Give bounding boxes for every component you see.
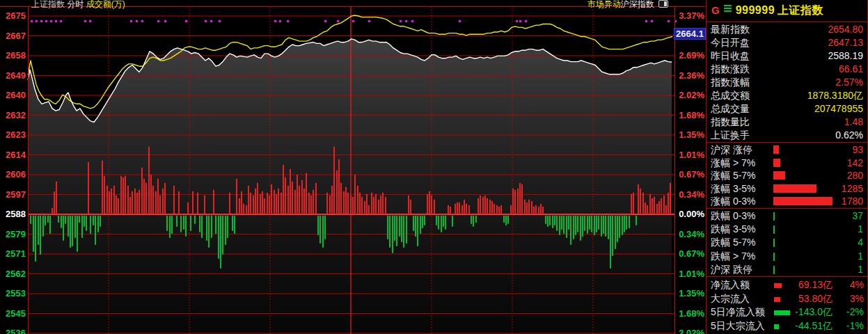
count-bar — [773, 253, 775, 261]
stat-label: 总成交量 — [711, 103, 750, 114]
percent-tick-label: 0.34% — [677, 190, 704, 200]
updown-label: 跌幅 0-3% — [711, 210, 756, 221]
flow-label: 5日净流入额 — [711, 306, 765, 317]
price-tick-label: 2667 — [0, 31, 26, 41]
g-flag: G — [711, 4, 720, 16]
percent-tick-label: 0.67% — [677, 249, 704, 259]
stat-value: 2654.80 — [828, 23, 863, 36]
flow-amount: 69.13亿 — [798, 278, 833, 292]
count-bar — [773, 266, 775, 274]
price-tick-label: 2579 — [0, 230, 26, 239]
flow-amount: -44.51亿 — [795, 319, 833, 333]
stat-label: 总成交额 — [711, 90, 750, 101]
price-tick-label: 2597 — [0, 190, 26, 200]
index-title: 上证指数 — [778, 4, 823, 16]
market-move-label[interactable]: 市场异动 — [587, 0, 621, 9]
updown-label: 沪深 跌停 — [711, 264, 752, 275]
panel-window-icon[interactable] — [658, 0, 668, 8]
panel-row: 沪深 涨停93 — [707, 143, 867, 157]
percent-tick-label: 0.34% — [677, 230, 704, 239]
flow-percent: 3% — [850, 292, 864, 306]
count-bar — [773, 239, 775, 247]
panel-row: 涨幅 0-3%1780 — [707, 195, 867, 208]
percent-tick-label: 1.35% — [677, 289, 704, 299]
price-tick-label: 2675 — [0, 11, 26, 21]
index-code: 999999 — [736, 4, 775, 16]
count-bar — [773, 171, 785, 180]
stat-label: 指数涨跌 — [711, 63, 750, 74]
trading-app: { "title_bar": { "index_name": "上证指数", "… — [0, 0, 868, 334]
intraday-chart[interactable] — [0, 0, 705, 334]
flow-percent: -1% — [846, 319, 864, 333]
count-value: 37 — [852, 209, 863, 223]
panel-row: 跌幅 5-7%4 — [707, 236, 867, 249]
updown-label: 涨幅 5-7% — [711, 170, 756, 181]
flow-label: 5日大宗流入 — [711, 320, 765, 331]
percent-tick-label: 2.36% — [677, 71, 704, 81]
stat-label: 上证换手 — [711, 129, 750, 141]
money-flow-section: 净流入额69.13亿4%大宗流入53.80亿3%5日净流入额-143.0亿-2%… — [707, 278, 867, 333]
flow-bar — [774, 297, 780, 302]
updown-label: 涨幅 3-5% — [711, 183, 756, 194]
price-tick-label: 2658 — [0, 51, 26, 61]
index-name-label: 上证指数 — [31, 0, 65, 9]
price-tick-label: 2632 — [0, 111, 26, 120]
stat-label: 最新指数 — [711, 24, 750, 35]
percent-tick-label: 0.00% — [677, 209, 704, 219]
count-value: 1 — [858, 223, 863, 236]
quote-stats-section: 最新指数2654.80今日开盘2647.13昨日收盘2588.19指数涨跌66.… — [707, 23, 867, 142]
count-value: 1 — [858, 250, 863, 263]
flow-amount: -143.0亿 — [795, 305, 833, 319]
flow-bar — [774, 310, 790, 315]
stat-value: 1878.3180亿 — [807, 89, 863, 102]
chart-title-bar: 上证指数 分时 成交额(万) 市场异动沪深指数 — [0, 0, 705, 7]
stat-value: 2.57% — [835, 76, 863, 89]
flow-amount: 53.80亿 — [798, 292, 833, 306]
panel-row: 涨幅 3-5%1285 — [707, 182, 867, 196]
flow-label: 大宗流入 — [711, 293, 750, 304]
percent-tick-label: 1.01% — [677, 150, 704, 160]
count-bar — [773, 212, 775, 221]
price-tick-label: 2536 — [0, 328, 26, 334]
advancers-section: 沪深 涨停93涨幅 > 7%142涨幅 5-7%280涨幅 3-5%1285涨幅… — [707, 143, 867, 208]
panel-row: 最新指数2654.80 — [707, 23, 867, 36]
updown-label: 涨幅 > 7% — [711, 157, 755, 168]
count-bar — [773, 197, 833, 205]
count-bar — [773, 159, 780, 167]
price-tick-label: 2588 — [0, 209, 26, 219]
updown-label: 跌幅 3-5% — [711, 223, 756, 234]
count-value: 1 — [858, 263, 863, 276]
count-bar — [773, 184, 816, 193]
flow-percent: 4% — [850, 278, 864, 292]
panel-row: 指数量比1.48 — [707, 116, 867, 129]
price-tick-label: 2614 — [0, 150, 26, 160]
price-tick-label: 2649 — [0, 71, 26, 81]
hs-index-label[interactable]: 沪深指数 — [621, 0, 654, 9]
menu-icon[interactable] — [724, 3, 732, 13]
count-value: 142 — [847, 157, 863, 170]
panel-row: 跌幅 3-5%1 — [707, 223, 867, 236]
percent-tick-label: 1.68% — [677, 111, 704, 120]
updown-label: 涨幅 0-3% — [711, 196, 756, 207]
stat-label: 昨日收盘 — [711, 50, 750, 61]
stat-value: 1.48 — [844, 116, 863, 129]
panel-row: 指数涨跌66.61 — [707, 63, 867, 76]
percent-tick-label: 3.37% — [677, 11, 704, 21]
count-bar — [773, 145, 779, 154]
panel-row: 涨幅 > 7%142 — [707, 157, 867, 170]
percent-tick-label: 2.02% — [677, 90, 704, 100]
percent-tick-label: 2.02% — [677, 328, 704, 334]
panel-row: 净流入额69.13亿4% — [707, 278, 867, 292]
panel-row: 5日大宗流入-44.51亿-1% — [707, 319, 867, 333]
chart-mode-label[interactable]: 分时 — [67, 0, 84, 9]
market-move-toggle[interactable]: 市场异动沪深指数 — [587, 0, 668, 10]
count-value: 93 — [852, 143, 863, 157]
price-tick-label: 2562 — [0, 269, 26, 279]
flow-bar — [774, 283, 782, 288]
panel-row: 跌幅 0-3%37 — [707, 209, 867, 223]
quote-panel-header[interactable]: G999999上证指数 — [707, 0, 867, 22]
count-value: 4 — [858, 236, 863, 249]
panel-row: 大宗流入53.80亿3% — [707, 292, 867, 306]
percent-tick-label: 1.68% — [677, 309, 704, 319]
decliners-section: 跌幅 0-3%37跌幅 3-5%1跌幅 5-7%4跌幅 > 7%1沪深 跌停1 — [707, 209, 867, 276]
